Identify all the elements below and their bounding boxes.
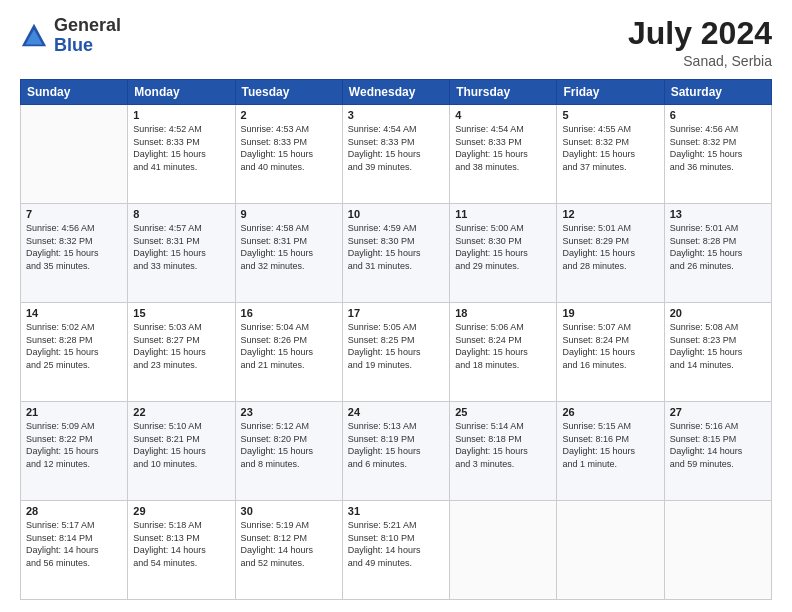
day-info: Sunrise: 4:56 AM Sunset: 8:32 PM Dayligh… <box>26 222 122 272</box>
day-cell: 31Sunrise: 5:21 AM Sunset: 8:10 PM Dayli… <box>342 501 449 600</box>
day-number: 24 <box>348 406 444 418</box>
day-number: 9 <box>241 208 337 220</box>
day-info: Sunrise: 5:19 AM Sunset: 8:12 PM Dayligh… <box>241 519 337 569</box>
col-header-saturday: Saturday <box>664 80 771 105</box>
day-cell: 21Sunrise: 5:09 AM Sunset: 8:22 PM Dayli… <box>21 402 128 501</box>
day-number: 18 <box>455 307 551 319</box>
day-number: 28 <box>26 505 122 517</box>
col-header-friday: Friday <box>557 80 664 105</box>
day-info: Sunrise: 5:03 AM Sunset: 8:27 PM Dayligh… <box>133 321 229 371</box>
day-number: 30 <box>241 505 337 517</box>
day-info: Sunrise: 5:01 AM Sunset: 8:29 PM Dayligh… <box>562 222 658 272</box>
day-info: Sunrise: 5:17 AM Sunset: 8:14 PM Dayligh… <box>26 519 122 569</box>
day-info: Sunrise: 5:09 AM Sunset: 8:22 PM Dayligh… <box>26 420 122 470</box>
col-header-thursday: Thursday <box>450 80 557 105</box>
day-info: Sunrise: 5:06 AM Sunset: 8:24 PM Dayligh… <box>455 321 551 371</box>
day-cell: 6Sunrise: 4:56 AM Sunset: 8:32 PM Daylig… <box>664 105 771 204</box>
day-cell: 12Sunrise: 5:01 AM Sunset: 8:29 PM Dayli… <box>557 204 664 303</box>
day-cell: 7Sunrise: 4:56 AM Sunset: 8:32 PM Daylig… <box>21 204 128 303</box>
day-info: Sunrise: 5:21 AM Sunset: 8:10 PM Dayligh… <box>348 519 444 569</box>
day-info: Sunrise: 5:12 AM Sunset: 8:20 PM Dayligh… <box>241 420 337 470</box>
day-info: Sunrise: 5:05 AM Sunset: 8:25 PM Dayligh… <box>348 321 444 371</box>
day-info: Sunrise: 4:59 AM Sunset: 8:30 PM Dayligh… <box>348 222 444 272</box>
month-year: July 2024 <box>628 16 772 51</box>
col-header-monday: Monday <box>128 80 235 105</box>
day-cell: 27Sunrise: 5:16 AM Sunset: 8:15 PM Dayli… <box>664 402 771 501</box>
day-number: 17 <box>348 307 444 319</box>
day-info: Sunrise: 4:55 AM Sunset: 8:32 PM Dayligh… <box>562 123 658 173</box>
day-number: 16 <box>241 307 337 319</box>
day-number: 13 <box>670 208 766 220</box>
week-row-1: 1Sunrise: 4:52 AM Sunset: 8:33 PM Daylig… <box>21 105 772 204</box>
logo: General Blue <box>20 16 121 56</box>
day-number: 31 <box>348 505 444 517</box>
header-row: SundayMondayTuesdayWednesdayThursdayFrid… <box>21 80 772 105</box>
day-number: 11 <box>455 208 551 220</box>
day-number: 26 <box>562 406 658 418</box>
day-cell: 19Sunrise: 5:07 AM Sunset: 8:24 PM Dayli… <box>557 303 664 402</box>
day-number: 19 <box>562 307 658 319</box>
day-cell: 2Sunrise: 4:53 AM Sunset: 8:33 PM Daylig… <box>235 105 342 204</box>
day-number: 27 <box>670 406 766 418</box>
col-header-wednesday: Wednesday <box>342 80 449 105</box>
logo-general: General <box>54 15 121 35</box>
day-cell: 30Sunrise: 5:19 AM Sunset: 8:12 PM Dayli… <box>235 501 342 600</box>
page: General Blue July 2024 Sanad, Serbia Sun… <box>0 0 792 612</box>
day-info: Sunrise: 4:52 AM Sunset: 8:33 PM Dayligh… <box>133 123 229 173</box>
day-info: Sunrise: 5:01 AM Sunset: 8:28 PM Dayligh… <box>670 222 766 272</box>
day-info: Sunrise: 4:53 AM Sunset: 8:33 PM Dayligh… <box>241 123 337 173</box>
title-block: July 2024 Sanad, Serbia <box>628 16 772 69</box>
day-info: Sunrise: 4:56 AM Sunset: 8:32 PM Dayligh… <box>670 123 766 173</box>
day-info: Sunrise: 5:10 AM Sunset: 8:21 PM Dayligh… <box>133 420 229 470</box>
day-number: 22 <box>133 406 229 418</box>
day-info: Sunrise: 5:07 AM Sunset: 8:24 PM Dayligh… <box>562 321 658 371</box>
day-number: 20 <box>670 307 766 319</box>
day-cell: 23Sunrise: 5:12 AM Sunset: 8:20 PM Dayli… <box>235 402 342 501</box>
day-cell: 14Sunrise: 5:02 AM Sunset: 8:28 PM Dayli… <box>21 303 128 402</box>
day-cell: 28Sunrise: 5:17 AM Sunset: 8:14 PM Dayli… <box>21 501 128 600</box>
day-cell <box>664 501 771 600</box>
day-number: 12 <box>562 208 658 220</box>
day-number: 2 <box>241 109 337 121</box>
day-info: Sunrise: 5:02 AM Sunset: 8:28 PM Dayligh… <box>26 321 122 371</box>
day-cell: 4Sunrise: 4:54 AM Sunset: 8:33 PM Daylig… <box>450 105 557 204</box>
day-number: 5 <box>562 109 658 121</box>
calendar-table: SundayMondayTuesdayWednesdayThursdayFrid… <box>20 79 772 600</box>
week-row-4: 21Sunrise: 5:09 AM Sunset: 8:22 PM Dayli… <box>21 402 772 501</box>
day-info: Sunrise: 5:08 AM Sunset: 8:23 PM Dayligh… <box>670 321 766 371</box>
day-info: Sunrise: 5:13 AM Sunset: 8:19 PM Dayligh… <box>348 420 444 470</box>
day-info: Sunrise: 5:15 AM Sunset: 8:16 PM Dayligh… <box>562 420 658 470</box>
day-cell: 17Sunrise: 5:05 AM Sunset: 8:25 PM Dayli… <box>342 303 449 402</box>
day-cell: 25Sunrise: 5:14 AM Sunset: 8:18 PM Dayli… <box>450 402 557 501</box>
day-number: 8 <box>133 208 229 220</box>
logo-text: General Blue <box>54 16 121 56</box>
day-info: Sunrise: 5:00 AM Sunset: 8:30 PM Dayligh… <box>455 222 551 272</box>
day-cell: 8Sunrise: 4:57 AM Sunset: 8:31 PM Daylig… <box>128 204 235 303</box>
day-cell: 22Sunrise: 5:10 AM Sunset: 8:21 PM Dayli… <box>128 402 235 501</box>
day-cell <box>450 501 557 600</box>
day-info: Sunrise: 5:18 AM Sunset: 8:13 PM Dayligh… <box>133 519 229 569</box>
day-cell: 13Sunrise: 5:01 AM Sunset: 8:28 PM Dayli… <box>664 204 771 303</box>
day-number: 10 <box>348 208 444 220</box>
day-info: Sunrise: 4:58 AM Sunset: 8:31 PM Dayligh… <box>241 222 337 272</box>
day-number: 23 <box>241 406 337 418</box>
day-number: 21 <box>26 406 122 418</box>
day-number: 3 <box>348 109 444 121</box>
day-cell: 3Sunrise: 4:54 AM Sunset: 8:33 PM Daylig… <box>342 105 449 204</box>
day-cell: 24Sunrise: 5:13 AM Sunset: 8:19 PM Dayli… <box>342 402 449 501</box>
location: Sanad, Serbia <box>628 53 772 69</box>
col-header-tuesday: Tuesday <box>235 80 342 105</box>
day-number: 1 <box>133 109 229 121</box>
week-row-5: 28Sunrise: 5:17 AM Sunset: 8:14 PM Dayli… <box>21 501 772 600</box>
day-number: 25 <box>455 406 551 418</box>
day-cell: 1Sunrise: 4:52 AM Sunset: 8:33 PM Daylig… <box>128 105 235 204</box>
col-header-sunday: Sunday <box>21 80 128 105</box>
day-cell: 20Sunrise: 5:08 AM Sunset: 8:23 PM Dayli… <box>664 303 771 402</box>
day-cell: 11Sunrise: 5:00 AM Sunset: 8:30 PM Dayli… <box>450 204 557 303</box>
day-number: 29 <box>133 505 229 517</box>
day-info: Sunrise: 4:54 AM Sunset: 8:33 PM Dayligh… <box>455 123 551 173</box>
day-cell: 5Sunrise: 4:55 AM Sunset: 8:32 PM Daylig… <box>557 105 664 204</box>
day-info: Sunrise: 4:57 AM Sunset: 8:31 PM Dayligh… <box>133 222 229 272</box>
day-cell: 15Sunrise: 5:03 AM Sunset: 8:27 PM Dayli… <box>128 303 235 402</box>
day-cell: 9Sunrise: 4:58 AM Sunset: 8:31 PM Daylig… <box>235 204 342 303</box>
